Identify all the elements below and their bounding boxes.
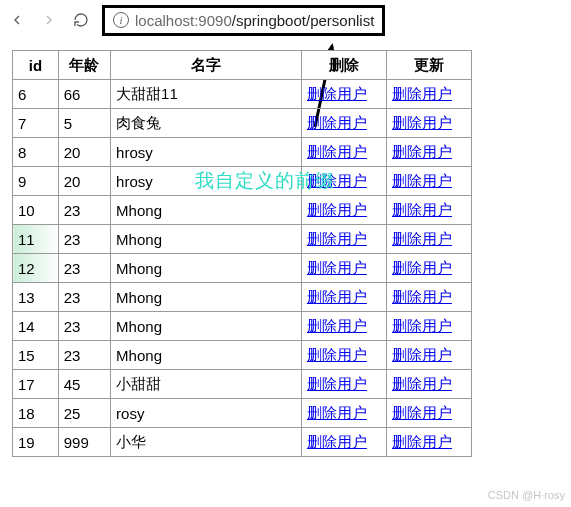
cell-id: 19: [13, 428, 59, 457]
update-link[interactable]: 删除用户: [392, 404, 452, 421]
cell-delete: 删除用户: [301, 138, 386, 167]
url-host: localhost: [135, 12, 194, 29]
cell-age: 25: [58, 399, 110, 428]
cell-age: 20: [58, 167, 110, 196]
table-row: 1423Mhong删除用户删除用户: [13, 312, 472, 341]
cell-delete: 删除用户: [301, 283, 386, 312]
cell-update: 删除用户: [386, 109, 471, 138]
cell-age: 45: [58, 370, 110, 399]
delete-link[interactable]: 删除用户: [307, 288, 367, 305]
delete-link[interactable]: 删除用户: [307, 143, 367, 160]
table-row: 1123Mhong删除用户删除用户: [13, 225, 472, 254]
cell-delete: 删除用户: [301, 370, 386, 399]
cell-id: 14: [13, 312, 59, 341]
cell-delete: 删除用户: [301, 109, 386, 138]
update-link[interactable]: 删除用户: [392, 317, 452, 334]
cell-age: 20: [58, 138, 110, 167]
cell-update: 删除用户: [386, 80, 471, 109]
cell-name: Mhong: [111, 283, 302, 312]
forward-button[interactable]: [38, 9, 60, 31]
update-link[interactable]: 删除用户: [392, 433, 452, 450]
table-row: 666大甜甜11删除用户删除用户: [13, 80, 472, 109]
delete-link[interactable]: 删除用户: [307, 85, 367, 102]
cell-id: 6: [13, 80, 59, 109]
cell-name: 大甜甜11: [111, 80, 302, 109]
cell-delete: 删除用户: [301, 80, 386, 109]
cell-id: 13: [13, 283, 59, 312]
cell-name: hrosy: [111, 167, 302, 196]
update-link[interactable]: 删除用户: [392, 375, 452, 392]
url-path: /springboot/personlist: [232, 12, 375, 29]
site-info-icon[interactable]: i: [113, 12, 129, 28]
header-id: id: [13, 51, 59, 80]
delete-link[interactable]: 删除用户: [307, 375, 367, 392]
cell-name: hrosy: [111, 138, 302, 167]
update-link[interactable]: 删除用户: [392, 114, 452, 131]
header-delete: 删除: [301, 51, 386, 80]
url-text: localhost:9090/springboot/personlist: [135, 12, 374, 29]
table-row: 1323Mhong删除用户删除用户: [13, 283, 472, 312]
delete-link[interactable]: 删除用户: [307, 404, 367, 421]
update-link[interactable]: 删除用户: [392, 288, 452, 305]
cell-name: 小华: [111, 428, 302, 457]
cell-age: 23: [58, 225, 110, 254]
cell-name: rosy: [111, 399, 302, 428]
delete-link[interactable]: 删除用户: [307, 230, 367, 247]
back-button[interactable]: [6, 9, 28, 31]
address-bar[interactable]: i localhost:9090/springboot/personlist: [102, 5, 385, 36]
delete-link[interactable]: 删除用户: [307, 346, 367, 363]
delete-link[interactable]: 删除用户: [307, 433, 367, 450]
delete-link[interactable]: 删除用户: [307, 317, 367, 334]
cell-id: 12: [13, 254, 59, 283]
table-row: 75肉食兔删除用户删除用户: [13, 109, 472, 138]
cell-update: 删除用户: [386, 138, 471, 167]
table-row: 1523Mhong删除用户删除用户: [13, 341, 472, 370]
cell-delete: 删除用户: [301, 428, 386, 457]
cell-age: 66: [58, 80, 110, 109]
cell-name: 肉食兔: [111, 109, 302, 138]
cell-id: 17: [13, 370, 59, 399]
cell-id: 7: [13, 109, 59, 138]
reload-button[interactable]: [70, 9, 92, 31]
cell-update: 删除用户: [386, 399, 471, 428]
update-link[interactable]: 删除用户: [392, 201, 452, 218]
cell-update: 删除用户: [386, 167, 471, 196]
cell-age: 23: [58, 254, 110, 283]
cell-delete: 删除用户: [301, 399, 386, 428]
table-row: 920hrosy删除用户删除用户: [13, 167, 472, 196]
cell-delete: 删除用户: [301, 254, 386, 283]
update-link[interactable]: 删除用户: [392, 346, 452, 363]
header-name: 名字: [111, 51, 302, 80]
table-row: 1023Mhong删除用户删除用户: [13, 196, 472, 225]
cell-update: 删除用户: [386, 196, 471, 225]
cell-age: 5: [58, 109, 110, 138]
cell-name: 小甜甜: [111, 370, 302, 399]
table-row: 1745小甜甜删除用户删除用户: [13, 370, 472, 399]
delete-link[interactable]: 删除用户: [307, 259, 367, 276]
update-link[interactable]: 删除用户: [392, 230, 452, 247]
table-row: 1223Mhong删除用户删除用户: [13, 254, 472, 283]
cell-id: 8: [13, 138, 59, 167]
cell-id: 11: [13, 225, 59, 254]
update-link[interactable]: 删除用户: [392, 172, 452, 189]
cell-update: 删除用户: [386, 428, 471, 457]
delete-link[interactable]: 删除用户: [307, 201, 367, 218]
delete-link[interactable]: 删除用户: [307, 114, 367, 131]
browser-toolbar: i localhost:9090/springboot/personlist: [0, 0, 571, 40]
cell-update: 删除用户: [386, 370, 471, 399]
cell-delete: 删除用户: [301, 196, 386, 225]
watermark: CSDN @H·rosy: [488, 489, 565, 501]
update-link[interactable]: 删除用户: [392, 143, 452, 160]
cell-name: Mhong: [111, 341, 302, 370]
cell-delete: 删除用户: [301, 312, 386, 341]
cell-id: 15: [13, 341, 59, 370]
table-row: 820hrosy删除用户删除用户: [13, 138, 472, 167]
cell-delete: 删除用户: [301, 225, 386, 254]
delete-link[interactable]: 删除用户: [307, 172, 367, 189]
update-link[interactable]: 删除用户: [392, 85, 452, 102]
cell-name: Mhong: [111, 196, 302, 225]
table-header-row: id 年龄 名字 删除 更新: [13, 51, 472, 80]
header-age: 年龄: [58, 51, 110, 80]
cell-age: 23: [58, 196, 110, 225]
update-link[interactable]: 删除用户: [392, 259, 452, 276]
